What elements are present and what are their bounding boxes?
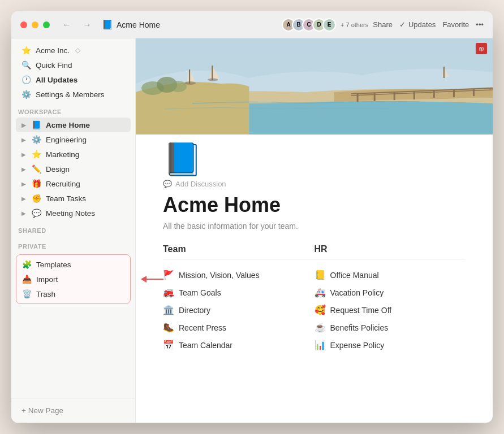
sidebar-import-label: Import bbox=[36, 275, 58, 284]
sidebar-item-team-tasks[interactable]: ▶ ✊ Team Tasks bbox=[16, 191, 131, 206]
avatar: E bbox=[322, 18, 336, 32]
link-benefits-policies[interactable]: ☕ Benefits Policies bbox=[315, 319, 466, 336]
clock-icon: 🕐 bbox=[21, 75, 31, 84]
sidebar-item-design[interactable]: ▶ ✏️ Design bbox=[16, 162, 131, 176]
sidebar-item-recruiting[interactable]: ▶ 🎁 Recruiting bbox=[16, 176, 131, 191]
sidebar-meetingnotes-label: Meeting Notes bbox=[46, 209, 95, 218]
svg-rect-6 bbox=[433, 90, 435, 98]
sidebar-item-meeting-notes[interactable]: ▶ 💬 Meeting Notes bbox=[16, 206, 131, 220]
private-section: 🧩 Templates 📥 Import 🗑️ Trash bbox=[16, 254, 131, 304]
link-team-goals[interactable]: 🚒 Team Goals bbox=[163, 284, 315, 301]
add-discussion-label: Add Discussion bbox=[175, 180, 226, 188]
link-requesttimeoff-label: Request Time Off bbox=[330, 306, 392, 315]
sidebar-item-acme-home[interactable]: ▶ 📘 Acme Home bbox=[16, 118, 131, 132]
trash-icon: 🗑️ bbox=[22, 289, 32, 298]
main-layout: ⭐ Acme Inc. ◇ 🔍 Quick Find 🕐 All Updates… bbox=[11, 38, 493, 423]
sidebar-allupdates-label: All Updates bbox=[36, 76, 77, 84]
gear-icon: ⚙️ bbox=[32, 135, 41, 144]
avatar-group: A B C D E + 7 others bbox=[282, 18, 368, 32]
link-mission[interactable]: 🚩 Mission, Vision, Values bbox=[163, 266, 315, 284]
team-header: Team bbox=[163, 244, 315, 259]
search-icon: 🔍 bbox=[21, 60, 31, 70]
arrow-annotation bbox=[141, 276, 163, 283]
sidebar-bottom: + New Page bbox=[11, 398, 135, 423]
page-icon: 📘 bbox=[163, 141, 203, 177]
link-benefitspolicies-label: Benefits Policies bbox=[330, 323, 389, 332]
sidebar-item-engineering[interactable]: ▶ ⚙️ Engineering bbox=[16, 132, 131, 147]
link-directory[interactable]: 🏛️ Directory bbox=[163, 301, 315, 319]
hr-column: HR 📒 Office Manual 🚑 Vacation Policy 🥰 R… bbox=[315, 244, 466, 354]
link-mission-label: Mission, Vision, Values bbox=[179, 271, 260, 280]
svg-point-10 bbox=[184, 81, 196, 85]
svg-rect-3 bbox=[374, 93, 376, 101]
star-icon: ⭐ bbox=[21, 46, 31, 55]
expand-icon: ▶ bbox=[21, 151, 26, 158]
add-discussion-button[interactable]: 💬 Add Discussion bbox=[136, 180, 493, 193]
app-window: ← → 📘 Acme Home A B C D E + 7 others Sha… bbox=[11, 11, 493, 423]
sidebar-design-label: Design bbox=[46, 165, 70, 173]
svg-rect-7 bbox=[453, 89, 455, 97]
sidebar-item-settings[interactable]: ⚙️ Settings & Members bbox=[16, 87, 131, 102]
svg-point-12 bbox=[208, 78, 218, 81]
expand-icon: ▶ bbox=[21, 166, 26, 172]
sidebar-teamtasks-label: Team Tasks bbox=[46, 194, 86, 203]
new-page-button[interactable]: + New Page bbox=[16, 403, 131, 418]
link-recent-press[interactable]: 🥾 Recent Press bbox=[163, 319, 315, 336]
calendar-icon: 📅 bbox=[163, 340, 174, 350]
book-icon: 📘 bbox=[32, 120, 41, 129]
svg-point-16 bbox=[170, 81, 187, 92]
share-button[interactable]: Share bbox=[373, 20, 393, 29]
expand-icon: ▶ bbox=[21, 122, 26, 128]
sidebar-item-templates[interactable]: 🧩 Templates bbox=[16, 257, 130, 272]
page-icon-wrapper: 📘 bbox=[136, 134, 493, 180]
notebook-icon: 📒 bbox=[315, 270, 326, 280]
hr-header: HR bbox=[315, 244, 466, 259]
svg-rect-8 bbox=[473, 89, 475, 96]
traffic-lights bbox=[20, 21, 50, 28]
sidebar-item-import[interactable]: 📥 Import bbox=[16, 272, 130, 287]
sidebar-item-trash[interactable]: 🗑️ Trash bbox=[16, 287, 130, 301]
team-column: Team 🚩 Mission, Vision, Values 🚒 Team Go… bbox=[163, 244, 315, 354]
hero-image: 印 bbox=[136, 38, 493, 134]
workspace-label: WORKSPACE bbox=[11, 102, 135, 118]
coffee-icon: ☕ bbox=[315, 322, 326, 333]
sidebar-item-acme-inc[interactable]: ⭐ Acme Inc. ◇ bbox=[16, 43, 131, 58]
favorite-button[interactable]: Favorite bbox=[442, 20, 469, 29]
arrow-line bbox=[147, 279, 163, 280]
minimize-button[interactable] bbox=[32, 21, 38, 28]
svg-rect-4 bbox=[394, 92, 395, 100]
workspace-items: ▶ 📘 Acme Home ▶ ⚙️ Engineering ▶ ⭐ Marke… bbox=[11, 118, 135, 220]
fist-icon: ✊ bbox=[32, 194, 41, 203]
updates-button[interactable]: ✓Updates bbox=[399, 20, 436, 29]
arrow-head bbox=[141, 276, 147, 283]
sidebar-item-marketing[interactable]: ▶ ⭐ Marketing bbox=[16, 147, 131, 162]
boot-icon: 🥾 bbox=[163, 322, 174, 333]
sidebar-engineering-label: Engineering bbox=[46, 136, 87, 144]
more-button[interactable]: ••• bbox=[476, 20, 484, 29]
discussion-icon: 💬 bbox=[163, 180, 172, 188]
others-label: + 7 others bbox=[341, 21, 368, 28]
chart-icon: 📊 bbox=[315, 340, 326, 350]
close-button[interactable] bbox=[20, 21, 27, 28]
link-team-calendar[interactable]: 📅 Team Calendar bbox=[163, 336, 315, 354]
titlebar-title: Acme Home bbox=[117, 20, 282, 29]
sidebar-acmehome-label: Acme Home bbox=[46, 121, 90, 129]
speech-icon: 💬 bbox=[32, 209, 41, 218]
link-office-manual[interactable]: 📒 Office Manual bbox=[315, 266, 466, 284]
sidebar-item-all-updates[interactable]: 🕐 All Updates bbox=[16, 72, 131, 87]
maximize-button[interactable] bbox=[43, 21, 50, 28]
link-vacation-policy[interactable]: 🚑 Vacation Policy bbox=[315, 284, 466, 301]
back-button[interactable]: ← bbox=[59, 19, 75, 31]
avatars: A B C D E bbox=[282, 18, 336, 32]
link-expense-policy[interactable]: 📊 Expense Policy bbox=[315, 336, 466, 354]
expand-icon: ▶ bbox=[21, 137, 26, 143]
sidebar-item-quick-find[interactable]: 🔍 Quick Find bbox=[16, 58, 131, 72]
sidebar-recruiting-label: Recruiting bbox=[46, 180, 80, 188]
link-vacationpolicy-label: Vacation Policy bbox=[330, 288, 384, 297]
content-area: 印 📘 💬 Add Discussion Acme Home All the b… bbox=[136, 38, 493, 423]
link-teamgoals-label: Team Goals bbox=[179, 288, 221, 297]
link-teamcalendar-label: Team Calendar bbox=[179, 341, 232, 350]
forward-button[interactable]: → bbox=[79, 19, 95, 31]
link-request-time-off[interactable]: 🥰 Request Time Off bbox=[315, 301, 466, 319]
gear-icon: ⚙️ bbox=[21, 90, 31, 99]
